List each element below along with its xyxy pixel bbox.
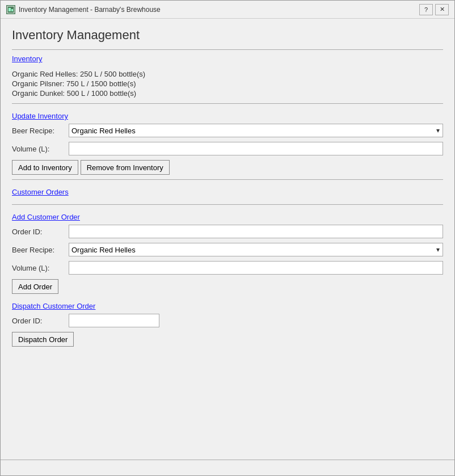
divider-2 — [12, 103, 443, 104]
dispatch-order-id-label: Order ID: — [12, 317, 69, 325]
divider-4 — [12, 204, 443, 205]
add-order-volume-row: Volume (L): — [12, 261, 443, 275]
help-button[interactable]: ? — [419, 4, 433, 15]
update-inventory-section: Update Inventory Beer Recipe: Organic Re… — [12, 112, 443, 175]
divider-3 — [12, 179, 443, 180]
title-bar-left: Inventory Management - Barnaby's Brewhou… — [6, 5, 161, 14]
update-inventory-header[interactable]: Update Inventory — [12, 112, 68, 120]
add-order-select-wrapper: Organic Red Helles Organic Pilsner Organ… — [69, 243, 443, 256]
add-customer-order-header[interactable]: Add Customer Order — [12, 213, 80, 221]
beer-recipe-label: Beer Recipe: — [12, 127, 69, 135]
volume-row: Volume (L): — [12, 142, 443, 155]
beer-recipe-row: Beer Recipe: Organic Red Helles Organic … — [12, 124, 443, 137]
list-item: Organic Red Helles: 250 L / 500 bottle(s… — [12, 70, 443, 78]
add-customer-order-section: Add Customer Order Order ID: Beer Recipe… — [12, 213, 443, 294]
customer-orders-section: Customer Orders — [12, 188, 443, 200]
add-order-volume-label: Volume (L): — [12, 264, 69, 272]
list-item: Organic Pilsner: 750 L / 1500 bottle(s) — [12, 79, 443, 88]
window-icon — [6, 5, 15, 14]
dispatch-order-button[interactable]: Dispatch Order — [12, 332, 74, 347]
main-window: Inventory Management - Barnaby's Brewhou… — [0, 0, 455, 476]
volume-input[interactable] — [69, 142, 443, 155]
svg-rect-2 — [11, 9, 13, 11]
customer-orders-header[interactable]: Customer Orders — [12, 188, 69, 196]
volume-label: Volume (L): — [12, 145, 69, 153]
dispatch-section: Dispatch Customer Order Order ID: Dispat… — [12, 302, 443, 347]
inventory-button-row: Add to Inventory Remove from Inventory — [12, 160, 443, 175]
bottom-bar — [1, 460, 454, 475]
page-title: Inventory Management — [12, 28, 443, 43]
close-button[interactable]: ✕ — [435, 4, 449, 15]
order-id-label: Order ID: — [12, 228, 69, 236]
add-order-volume-input[interactable] — [69, 261, 443, 275]
inventory-header[interactable]: Inventory — [12, 54, 42, 63]
list-item: Organic Dunkel: 500 L / 1000 bottle(s) — [12, 89, 443, 98]
add-order-beer-recipe-row: Beer Recipe: Organic Red Helles Organic … — [12, 243, 443, 256]
dispatch-header[interactable]: Dispatch Customer Order — [12, 302, 95, 310]
divider-1 — [12, 49, 443, 50]
title-bar: Inventory Management - Barnaby's Brewhou… — [1, 1, 454, 19]
svg-rect-1 — [9, 8, 11, 11]
add-order-button[interactable]: Add Order — [12, 279, 58, 294]
dispatch-button-row: Dispatch Order — [12, 332, 443, 347]
title-bar-controls: ? ✕ — [419, 4, 449, 15]
remove-from-inventory-button[interactable]: Remove from Inventory — [81, 160, 170, 175]
add-to-inventory-button[interactable]: Add to Inventory — [12, 160, 78, 175]
add-order-button-row: Add Order — [12, 279, 443, 294]
add-order-beer-recipe-select[interactable]: Organic Red Helles Organic Pilsner Organ… — [69, 243, 443, 256]
order-id-input[interactable] — [69, 225, 443, 238]
inventory-section: Inventory Organic Red Helles: 250 L / 50… — [12, 54, 443, 98]
beer-recipe-select-wrapper: Organic Red Helles Organic Pilsner Organ… — [69, 124, 443, 137]
main-content: Inventory Management Inventory Organic R… — [1, 19, 454, 460]
window-title: Inventory Management - Barnaby's Brewhou… — [19, 6, 161, 14]
order-id-row: Order ID: — [12, 225, 443, 238]
beer-recipe-select[interactable]: Organic Red Helles Organic Pilsner Organ… — [69, 124, 443, 137]
inventory-list: Organic Red Helles: 250 L / 500 bottle(s… — [12, 70, 443, 98]
add-order-beer-recipe-label: Beer Recipe: — [12, 246, 69, 254]
dispatch-order-id-input[interactable] — [69, 314, 159, 327]
dispatch-order-id-row: Order ID: — [12, 314, 443, 327]
